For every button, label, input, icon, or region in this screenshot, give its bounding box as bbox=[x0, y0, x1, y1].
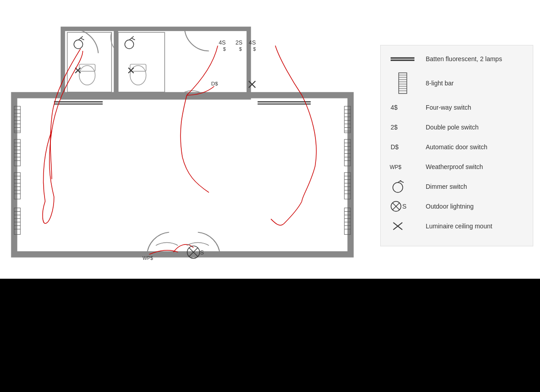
luminaire-label: Luminaire ceiling mount bbox=[426, 222, 492, 230]
autodoor-switch-label: Automatic door switch bbox=[426, 143, 487, 151]
svg-rect-98 bbox=[399, 73, 407, 94]
svg-point-6 bbox=[79, 66, 95, 85]
dimmer-switch-label: Dimmer switch bbox=[426, 183, 467, 191]
svg-line-74 bbox=[81, 38, 84, 40]
svg-text:$: $ bbox=[253, 46, 256, 52]
legend-item-luminaire: Luminaire ceiling mount bbox=[390, 219, 524, 233]
svg-text:2S: 2S bbox=[235, 39, 243, 46]
svg-text:WP$: WP$ bbox=[390, 164, 401, 170]
svg-text:$: $ bbox=[239, 46, 242, 52]
legend-item-batten: Batten fluorescent, 2 lamps bbox=[390, 52, 524, 66]
svg-rect-4 bbox=[68, 32, 112, 92]
outdoor-lightning-label: Outdoor lightning bbox=[426, 202, 474, 210]
dimmer-switch-symbol bbox=[390, 180, 426, 193]
svg-point-111 bbox=[393, 183, 403, 192]
svg-point-72 bbox=[74, 40, 83, 49]
svg-text:D$: D$ bbox=[391, 143, 399, 151]
black-bar bbox=[0, 279, 540, 392]
fourway-switch-symbol: 4$ bbox=[390, 102, 426, 113]
weatherproof-switch-label: Weatherproof switch bbox=[426, 163, 483, 171]
svg-text:4$: 4$ bbox=[391, 104, 398, 111]
svg-text:WP$: WP$ bbox=[143, 255, 153, 261]
outdoor-lightning-symbol: S bbox=[390, 200, 426, 213]
legend-item-autodoor: D$ Automatic door switch bbox=[390, 140, 524, 154]
batten-fluorescent-label: Batten fluorescent, 2 lamps bbox=[426, 55, 502, 63]
svg-rect-5 bbox=[118, 32, 165, 92]
svg-text:S: S bbox=[402, 203, 406, 210]
svg-line-113 bbox=[400, 181, 404, 183]
batten-fluorescent-symbol bbox=[390, 54, 426, 63]
svg-text:4S: 4S bbox=[219, 39, 226, 46]
svg-point-75 bbox=[125, 40, 134, 49]
doublepole-switch-label: Double pole switch bbox=[426, 123, 479, 131]
legend-item-8light: 8-light bar bbox=[390, 72, 524, 94]
svg-text:2$: 2$ bbox=[391, 124, 398, 131]
8light-bar-symbol bbox=[390, 72, 426, 94]
svg-text:4S: 4S bbox=[249, 39, 256, 46]
8light-bar-label: 8-light bar bbox=[426, 79, 454, 87]
svg-line-77 bbox=[131, 38, 135, 40]
main-container: 4S 2S 4S $ $ $ D$ bbox=[0, 0, 540, 279]
doublepole-switch-symbol: 2$ bbox=[390, 122, 426, 133]
svg-text:D$: D$ bbox=[211, 80, 218, 87]
legend-item-dimmer: Dimmer switch bbox=[390, 180, 524, 193]
autodoor-switch-symbol: D$ bbox=[390, 142, 426, 152]
svg-text:S: S bbox=[200, 249, 204, 256]
legend-item-outdoor: S Outdoor lightning bbox=[390, 200, 524, 213]
legend-panel: Batten fluorescent, 2 lamps 8-light bar bbox=[380, 45, 533, 246]
weatherproof-switch-symbol: WP$ bbox=[390, 161, 426, 172]
svg-text:$: $ bbox=[223, 46, 226, 52]
luminaire-symbol bbox=[390, 221, 426, 232]
floor-plan: 4S 2S 4S $ $ $ D$ bbox=[7, 7, 371, 276]
legend-item-doublepole: 2$ Double pole switch bbox=[390, 120, 524, 134]
svg-rect-0 bbox=[14, 95, 351, 254]
legend-item-fourway: 4$ Four-way switch bbox=[390, 101, 524, 114]
legend-item-weatherproof: WP$ Weatherproof switch bbox=[390, 160, 524, 174]
fourway-switch-label: Four-way switch bbox=[426, 103, 471, 111]
